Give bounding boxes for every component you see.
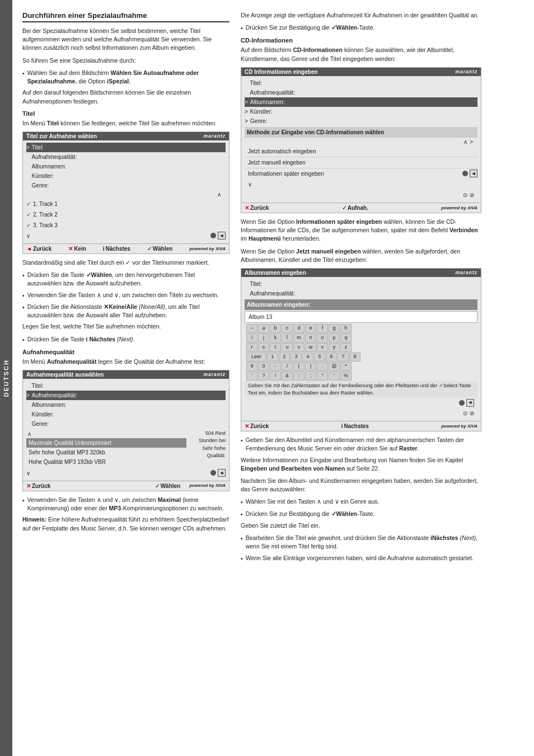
key-u[interactable]: u: [282, 343, 293, 352]
key-6[interactable]: 6: [326, 353, 337, 361]
screen1-down-arrow: ∨: [26, 232, 30, 240]
screen1-cancel-btn[interactable]: ✕ Kein: [68, 246, 86, 252]
cd-menu-later[interactable]: Informationen später eingeben: [245, 168, 462, 179]
key-8[interactable]: 8: [349, 353, 360, 361]
key-apos[interactable]: ': [246, 372, 257, 381]
cd-row-artist: > Künstler:: [245, 107, 477, 116]
key-z[interactable]: z: [340, 343, 352, 352]
key-slash[interactable]: /: [282, 362, 293, 371]
key-v[interactable]: v: [293, 343, 305, 352]
key-w[interactable]: w: [305, 343, 316, 352]
key-leer[interactable]: Leer: [246, 353, 266, 361]
album-oo-icons: ⊙ ⊘: [245, 408, 477, 419]
key-c[interactable]: c: [282, 324, 293, 333]
screen2-back-btn[interactable]: ✕ Zurück: [26, 483, 50, 489]
album-next-btn[interactable]: i Nachstes: [341, 423, 369, 429]
key-e[interactable]: e: [305, 324, 316, 333]
screen2-body: Titel: > Aufnahmequalität: Albumnamen: K…: [23, 379, 229, 481]
album-back-btn[interactable]: ✕ Zurück: [245, 423, 269, 429]
screen2-title: Aufnahmequalität auswählen: [26, 372, 104, 378]
key-quest[interactable]: ?: [258, 372, 269, 381]
key-p[interactable]: p: [329, 334, 340, 342]
screen1-brand: marantz: [203, 133, 226, 139]
key-o[interactable]: o: [317, 334, 328, 342]
key-r[interactable]: r: [246, 343, 257, 352]
track3-row: ✓ 3. Track 3: [26, 220, 226, 231]
screen2-confirm-label: Wählen: [161, 483, 181, 489]
key-g[interactable]: g: [329, 324, 340, 333]
key-quote[interactable]: ": [317, 372, 328, 381]
key-amp[interactable]: &: [282, 372, 293, 381]
key-9[interactable]: 9: [246, 362, 257, 371]
key-1[interactable]: 1: [267, 353, 278, 361]
bullet-dot8: •: [241, 436, 243, 445]
key-h[interactable]: h: [340, 324, 352, 333]
screen2-confirm-btn[interactable]: ✓ Wählen: [155, 483, 181, 489]
key-s[interactable]: s: [258, 343, 269, 352]
bullet-bestatigung: • Drücken Sie zur Bestätigung die ✓Wähle…: [241, 24, 481, 32]
screen2-row-titel: Titel:: [26, 381, 226, 391]
key-y[interactable]: y: [329, 343, 340, 352]
bullet-titel1-text: Bearbeiten Sie die Titel wie gewohnt, un…: [246, 534, 481, 551]
key-3[interactable]: 3: [291, 353, 302, 361]
key-apos2[interactable]: ': [329, 372, 340, 381]
cd-menu-auto[interactable]: Jetzt automatisch eingeben: [245, 146, 477, 157]
bullet-wahlen: • Drücken Sie die Taste ✓Wählen, um den …: [22, 271, 229, 288]
screen1-info-btn[interactable]: i Nächstes: [103, 246, 130, 252]
key-rparen[interactable]: ): [305, 362, 316, 371]
key-m[interactable]: m: [293, 334, 305, 342]
key-dot[interactable]: .: [317, 362, 328, 371]
key-l[interactable]: l: [282, 334, 293, 342]
key-colon[interactable]: :: [293, 372, 305, 381]
key-at[interactable]: @: [329, 362, 340, 371]
key-t[interactable]: t: [270, 343, 281, 352]
album-input[interactable]: Album 13: [245, 311, 477, 323]
album-circle-icon: [459, 400, 465, 406]
key-n[interactable]: n: [305, 334, 316, 342]
cd-confirm-btn[interactable]: ✓ Aufnah.: [342, 205, 368, 211]
key-excl[interactable]: !: [270, 372, 281, 381]
screen2-row-quality: > Aufnahmequalität:: [26, 391, 226, 400]
screen2-row-genre: Genre:: [26, 419, 226, 429]
key-0[interactable]: 0: [258, 362, 269, 371]
cd-menu-manual[interactable]: Jetzt manuell eingeben: [245, 157, 477, 168]
screen1-right-icons: ◄: [210, 232, 226, 240]
bullet-bestatigung-text: Drücken Sie zur Bestätigung die ✓Wählen-…: [246, 24, 375, 32]
bullet-dot3: •: [22, 292, 25, 300]
cd-back-btn[interactable]: ✕ Zurück: [245, 205, 269, 211]
key-5[interactable]: 5: [314, 353, 325, 361]
screen1-header: Titel zur Aufnahme wählen marantz: [23, 132, 229, 140]
key-percent[interactable]: %: [340, 372, 352, 381]
key-x[interactable]: x: [317, 343, 328, 352]
kbd-row3: r s t u v w x y z: [245, 343, 477, 352]
screen1-confirm-btn[interactable]: ✓ Wählen: [147, 246, 173, 252]
key-f[interactable]: f: [317, 324, 328, 333]
key-lparen[interactable]: (: [293, 362, 305, 371]
screen2-label-album: Albumnamen:: [32, 401, 67, 409]
key-back[interactable]: ←: [246, 324, 257, 333]
screen1-back-btn[interactable]: ◄ Zurück: [26, 246, 51, 252]
screen2-back-label: Zurück: [32, 483, 50, 489]
key-a[interactable]: a: [258, 324, 269, 333]
para-legen: Legen Sie fest, welche Titel Sie aufnehm…: [22, 322, 229, 331]
cd-row-genre: > Genre:: [245, 116, 477, 126]
screen1-speaker-icon: ◄: [218, 232, 226, 240]
key-2[interactable]: 2: [279, 353, 290, 361]
bullet-keinalle: • Drücken Sie die Aktionstaste ✕Keine/Al…: [22, 303, 229, 320]
screen1-label-album: Albumnamen:: [32, 162, 67, 171]
key-j[interactable]: j: [258, 334, 269, 342]
key-7[interactable]: 7: [338, 353, 349, 361]
screen2-label-quality: Aufnahmequalität:: [32, 391, 77, 400]
key-q[interactable]: q: [340, 334, 352, 342]
key-d[interactable]: d: [293, 324, 305, 333]
key-i[interactable]: i: [246, 334, 257, 342]
key-semi[interactable]: ;: [305, 372, 316, 381]
bullet-titel1: • Bearbeiten Sie die Titel wie gewohnt, …: [241, 534, 481, 551]
key-star[interactable]: *: [340, 362, 352, 371]
key-dash[interactable]: -: [270, 362, 281, 371]
key-k[interactable]: k: [270, 334, 281, 342]
screen1-arrow: >: [26, 143, 30, 152]
key-4[interactable]: 4: [302, 353, 313, 361]
screen1-footer: ◄ Zurück ✕ Kein i Nächstes ✓ Wählen: [23, 243, 229, 253]
key-b[interactable]: b: [270, 324, 281, 333]
